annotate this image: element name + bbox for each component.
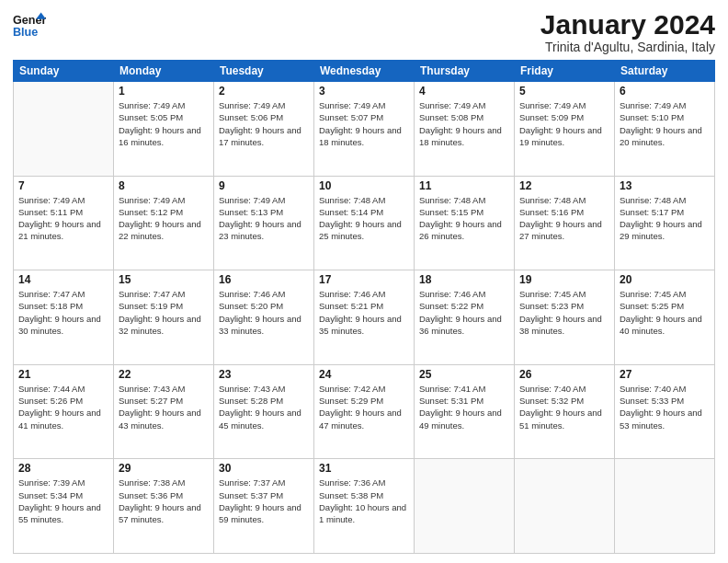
- day-info: Sunrise: 7:46 AM Sunset: 5:20 PM Dayligh…: [219, 288, 309, 337]
- location: Trinita d'Agultu, Sardinia, Italy: [540, 40, 715, 54]
- day-info: Sunrise: 7:42 AM Sunset: 5:29 PM Dayligh…: [319, 383, 409, 431]
- col-sunday: Sunday: [14, 61, 114, 82]
- day-number: 18: [419, 273, 509, 286]
- day-info: Sunrise: 7:46 AM Sunset: 5:21 PM Dayligh…: [319, 288, 409, 337]
- col-tuesday: Tuesday: [214, 61, 314, 82]
- day-number: 27: [620, 368, 710, 381]
- day-number: 11: [419, 179, 509, 192]
- day-number: 15: [119, 273, 209, 286]
- calendar-week-1: 1Sunrise: 7:49 AM Sunset: 5:05 PM Daylig…: [14, 82, 715, 177]
- calendar-week-5: 28Sunrise: 7:39 AM Sunset: 5:34 PM Dayli…: [14, 459, 715, 554]
- day-info: Sunrise: 7:49 AM Sunset: 5:09 PM Dayligh…: [519, 99, 609, 148]
- calendar-cell: 10Sunrise: 7:48 AM Sunset: 5:14 PM Dayli…: [314, 176, 415, 270]
- day-info: Sunrise: 7:45 AM Sunset: 5:25 PM Dayligh…: [620, 288, 710, 337]
- day-info: Sunrise: 7:49 AM Sunset: 5:12 PM Dayligh…: [119, 194, 209, 243]
- calendar-cell: [615, 459, 715, 554]
- day-number: 7: [18, 179, 108, 192]
- day-number: 31: [319, 462, 409, 475]
- calendar-cell: 27Sunrise: 7:40 AM Sunset: 5:33 PM Dayli…: [615, 364, 715, 459]
- calendar-cell: 13Sunrise: 7:48 AM Sunset: 5:17 PM Dayli…: [615, 176, 715, 270]
- calendar-cell: 2Sunrise: 7:49 AM Sunset: 5:06 PM Daylig…: [214, 82, 314, 177]
- day-number: 26: [519, 368, 609, 381]
- day-number: 12: [519, 179, 609, 192]
- page: General Blue January 2024 Trinita d'Agul…: [0, 0, 728, 563]
- day-info: Sunrise: 7:49 AM Sunset: 5:08 PM Dayligh…: [419, 99, 509, 148]
- calendar-cell: 4Sunrise: 7:49 AM Sunset: 5:08 PM Daylig…: [415, 82, 515, 177]
- day-number: 19: [519, 273, 609, 286]
- day-number: 8: [119, 179, 209, 192]
- header-row: Sunday Monday Tuesday Wednesday Thursday…: [14, 61, 715, 82]
- day-number: 23: [219, 368, 309, 381]
- calendar-cell: [14, 82, 114, 177]
- calendar-cell: 12Sunrise: 7:48 AM Sunset: 5:16 PM Dayli…: [515, 176, 615, 270]
- calendar-cell: 24Sunrise: 7:42 AM Sunset: 5:29 PM Dayli…: [314, 364, 415, 459]
- header: General Blue January 2024 Trinita d'Agul…: [13, 9, 715, 54]
- day-number: 14: [18, 273, 108, 286]
- col-wednesday: Wednesday: [314, 61, 415, 82]
- calendar-table: Sunday Monday Tuesday Wednesday Thursday…: [13, 60, 715, 554]
- day-number: 28: [18, 462, 108, 475]
- col-monday: Monday: [114, 61, 214, 82]
- calendar-cell: 1Sunrise: 7:49 AM Sunset: 5:05 PM Daylig…: [114, 82, 214, 177]
- day-info: Sunrise: 7:48 AM Sunset: 5:14 PM Dayligh…: [319, 194, 409, 243]
- svg-text:Blue: Blue: [13, 26, 38, 39]
- day-info: Sunrise: 7:38 AM Sunset: 5:36 PM Dayligh…: [119, 477, 209, 525]
- calendar-week-3: 14Sunrise: 7:47 AM Sunset: 5:18 PM Dayli…: [14, 270, 715, 365]
- calendar-week-4: 21Sunrise: 7:44 AM Sunset: 5:26 PM Dayli…: [14, 364, 715, 459]
- logo: General Blue: [13, 9, 46, 42]
- day-number: 24: [319, 368, 409, 381]
- day-number: 1: [119, 85, 209, 98]
- day-info: Sunrise: 7:49 AM Sunset: 5:11 PM Dayligh…: [18, 194, 108, 243]
- day-info: Sunrise: 7:40 AM Sunset: 5:32 PM Dayligh…: [519, 383, 609, 431]
- day-info: Sunrise: 7:49 AM Sunset: 5:10 PM Dayligh…: [620, 99, 710, 148]
- day-info: Sunrise: 7:46 AM Sunset: 5:22 PM Dayligh…: [419, 288, 509, 337]
- calendar-cell: 21Sunrise: 7:44 AM Sunset: 5:26 PM Dayli…: [14, 364, 114, 459]
- calendar-cell: 31Sunrise: 7:36 AM Sunset: 5:38 PM Dayli…: [314, 459, 415, 554]
- day-info: Sunrise: 7:39 AM Sunset: 5:34 PM Dayligh…: [18, 477, 108, 525]
- day-number: 21: [18, 368, 108, 381]
- day-info: Sunrise: 7:40 AM Sunset: 5:33 PM Dayligh…: [620, 383, 710, 431]
- day-number: 25: [419, 368, 509, 381]
- day-info: Sunrise: 7:47 AM Sunset: 5:18 PM Dayligh…: [18, 288, 108, 337]
- calendar-cell: 28Sunrise: 7:39 AM Sunset: 5:34 PM Dayli…: [14, 459, 114, 554]
- calendar-cell: 18Sunrise: 7:46 AM Sunset: 5:22 PM Dayli…: [415, 270, 515, 365]
- calendar-cell: [415, 459, 515, 554]
- day-number: 10: [319, 179, 409, 192]
- day-info: Sunrise: 7:41 AM Sunset: 5:31 PM Dayligh…: [419, 383, 509, 431]
- calendar-cell: 8Sunrise: 7:49 AM Sunset: 5:12 PM Daylig…: [114, 176, 214, 270]
- day-info: Sunrise: 7:45 AM Sunset: 5:23 PM Dayligh…: [519, 288, 609, 337]
- col-saturday: Saturday: [615, 61, 715, 82]
- day-info: Sunrise: 7:47 AM Sunset: 5:19 PM Dayligh…: [119, 288, 209, 337]
- day-number: 22: [119, 368, 209, 381]
- calendar-cell: [515, 459, 615, 554]
- day-info: Sunrise: 7:49 AM Sunset: 5:05 PM Dayligh…: [119, 99, 209, 148]
- day-number: 13: [620, 179, 710, 192]
- day-number: 3: [319, 85, 409, 98]
- day-info: Sunrise: 7:49 AM Sunset: 5:07 PM Dayligh…: [319, 99, 409, 148]
- calendar-cell: 14Sunrise: 7:47 AM Sunset: 5:18 PM Dayli…: [14, 270, 114, 365]
- calendar-cell: 5Sunrise: 7:49 AM Sunset: 5:09 PM Daylig…: [515, 82, 615, 177]
- day-info: Sunrise: 7:37 AM Sunset: 5:37 PM Dayligh…: [219, 477, 309, 525]
- col-thursday: Thursday: [415, 61, 515, 82]
- title-block: January 2024 Trinita d'Agultu, Sardinia,…: [540, 9, 715, 54]
- day-number: 17: [319, 273, 409, 286]
- calendar-cell: 23Sunrise: 7:43 AM Sunset: 5:28 PM Dayli…: [214, 364, 314, 459]
- day-info: Sunrise: 7:36 AM Sunset: 5:38 PM Dayligh…: [319, 477, 409, 525]
- logo-icon: General Blue: [13, 9, 46, 42]
- calendar-body: 1Sunrise: 7:49 AM Sunset: 5:05 PM Daylig…: [14, 82, 715, 554]
- day-info: Sunrise: 7:48 AM Sunset: 5:17 PM Dayligh…: [620, 194, 710, 243]
- day-info: Sunrise: 7:43 AM Sunset: 5:28 PM Dayligh…: [219, 383, 309, 431]
- calendar-cell: 11Sunrise: 7:48 AM Sunset: 5:15 PM Dayli…: [415, 176, 515, 270]
- day-number: 20: [620, 273, 710, 286]
- day-number: 16: [219, 273, 309, 286]
- month-title: January 2024: [540, 9, 715, 40]
- calendar-cell: 3Sunrise: 7:49 AM Sunset: 5:07 PM Daylig…: [314, 82, 415, 177]
- day-number: 5: [519, 85, 609, 98]
- calendar-cell: 25Sunrise: 7:41 AM Sunset: 5:31 PM Dayli…: [415, 364, 515, 459]
- calendar-cell: 19Sunrise: 7:45 AM Sunset: 5:23 PM Dayli…: [515, 270, 615, 365]
- day-info: Sunrise: 7:43 AM Sunset: 5:27 PM Dayligh…: [119, 383, 209, 431]
- col-friday: Friday: [515, 61, 615, 82]
- day-number: 30: [219, 462, 309, 475]
- calendar-cell: 30Sunrise: 7:37 AM Sunset: 5:37 PM Dayli…: [214, 459, 314, 554]
- calendar-week-2: 7Sunrise: 7:49 AM Sunset: 5:11 PM Daylig…: [14, 176, 715, 270]
